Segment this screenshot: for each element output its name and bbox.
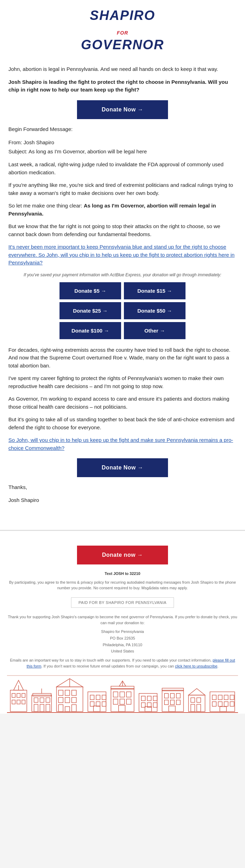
bold-statement: So let me make one thing clear: As long … (8, 202, 237, 218)
buildings-svg (7, 676, 238, 714)
address-line2: PO Box 22635 (7, 635, 238, 642)
svg-rect-65 (162, 688, 183, 691)
svg-rect-69 (191, 705, 195, 712)
email-wrapper: SHAPIRO FOR GOVERNOR John, abortion is l… (0, 0, 245, 714)
svg-rect-44 (126, 699, 131, 704)
svg-rect-75 (224, 695, 228, 700)
svg-rect-31 (90, 695, 94, 700)
svg-rect-23 (65, 698, 70, 703)
link-paragraph-2: So John, will you chip in to help us kee… (8, 436, 237, 452)
svg-rect-61 (164, 700, 168, 705)
donate-other-button[interactable]: Other → (124, 322, 186, 339)
svg-rect-24 (72, 698, 76, 703)
svg-rect-76 (230, 695, 234, 700)
body2-p1: For decades, right-wing extremists acros… (8, 346, 237, 370)
svg-rect-26 (72, 705, 76, 712)
logo: SHAPIRO FOR GOVERNOR (0, 8, 245, 52)
thanks-text: Thanks, (8, 483, 237, 491)
svg-rect-37 (93, 706, 100, 712)
svg-rect-67 (191, 698, 195, 702)
from-line: From: Josh Shapiro (8, 138, 237, 147)
svg-rect-45 (119, 705, 125, 712)
svg-rect-4 (12, 700, 15, 704)
svg-rect-59 (170, 693, 174, 698)
svg-rect-81 (220, 707, 226, 712)
svg-rect-27 (65, 707, 70, 712)
svg-rect-80 (230, 702, 234, 706)
address-line4: United States (7, 648, 238, 655)
donate-5-button[interactable]: Donate $5 → (59, 282, 121, 299)
svg-rect-33 (102, 695, 106, 700)
svg-rect-19 (58, 690, 63, 695)
footer-section: Donate now → Text JOSH to 32210 By parti… (0, 530, 245, 714)
body2-p4: But it's going to take all of us standin… (8, 416, 237, 431)
footer-thank-you: Thank you for supporting Josh Shapiro's … (7, 614, 238, 626)
email-body: John, abortion is legal in Pennsylvania.… (0, 58, 245, 519)
svg-rect-10 (34, 698, 38, 702)
svg-rect-15 (46, 705, 50, 712)
svg-rect-42 (113, 699, 118, 704)
donate-50-button[interactable]: Donate $50 → (124, 302, 186, 319)
svg-rect-16 (33, 693, 51, 696)
svg-rect-2 (17, 693, 20, 697)
svg-rect-79 (224, 702, 228, 706)
bold-intro-paragraph: Josh Shapiro is leading the fight to pro… (8, 78, 237, 94)
svg-rect-74 (218, 695, 222, 700)
svg-rect-64 (169, 706, 175, 712)
address-line1: Shapiro for Pennsylvania (7, 628, 238, 635)
donate-25-button[interactable]: Donate $25 → (59, 302, 121, 319)
svg-marker-71 (189, 688, 205, 695)
logo-area: SHAPIRO FOR GOVERNOR (0, 0, 245, 58)
svg-rect-20 (65, 690, 70, 695)
actblue-notice: If you've saved your payment information… (8, 272, 237, 278)
svg-rect-73 (212, 695, 216, 700)
svg-rect-5 (17, 700, 20, 704)
svg-rect-68 (197, 698, 201, 702)
svg-rect-40 (120, 692, 124, 697)
svg-rect-50 (141, 696, 145, 701)
donate-amount-grid: Donate $5 → Donate $15 → Donate $25 → Do… (59, 282, 186, 339)
svg-rect-70 (197, 705, 201, 712)
svg-rect-22 (58, 698, 63, 703)
svg-rect-55 (153, 703, 157, 707)
link-1[interactable]: It's never been more important to keep P… (8, 244, 234, 265)
svg-rect-41 (126, 692, 131, 697)
forwarded-label: Begin Forwarded Message: (8, 125, 237, 133)
footer-paid-box: PAID FOR BY SHAPIRO FOR PENNSYLVANIA (71, 597, 174, 608)
svg-rect-60 (176, 693, 180, 698)
donate-15-button[interactable]: Donate $15 → (124, 282, 186, 299)
svg-rect-51 (147, 696, 151, 701)
footer-donate-button[interactable]: Donate now → (77, 546, 168, 564)
header-paragraph: John, abortion is legal in Pennsylvania.… (8, 65, 237, 73)
subject-line: Subject: As long as I'm Governor, aborti… (8, 147, 237, 156)
svg-rect-36 (102, 702, 106, 706)
footer-text-line: Text JOSH to 32210 (7, 571, 238, 577)
svg-rect-77 (212, 702, 216, 706)
footer-email-note: Emails are an important way for us to st… (7, 657, 238, 669)
donate-now-button-1[interactable]: Donate Now → (77, 100, 168, 119)
from-subject-block: From: Josh Shapiro Subject: As long as I… (8, 138, 237, 156)
svg-rect-52 (153, 696, 157, 701)
svg-rect-13 (34, 705, 38, 712)
donate-now-button-2[interactable]: Donate Now → (77, 458, 168, 477)
logo-for: FOR (117, 30, 128, 36)
svg-rect-12 (46, 698, 50, 702)
body-p2: If you're anything like me, you're sick … (8, 181, 237, 197)
svg-rect-1 (12, 693, 15, 697)
svg-rect-63 (176, 700, 180, 705)
body2-p3: As Governor, I'm working to expand acces… (8, 395, 237, 411)
unsubscribe-link[interactable]: click here to unsubscribe (175, 664, 217, 668)
svg-rect-62 (170, 700, 174, 705)
bold-statement-text: As long as I'm Governor, abortion will r… (8, 203, 216, 217)
svg-rect-78 (218, 702, 222, 706)
svg-rect-35 (96, 702, 100, 706)
link-2[interactable]: So John, will you chip in to help us kee… (8, 437, 233, 451)
svg-rect-34 (90, 702, 94, 706)
svg-rect-53 (141, 703, 145, 707)
svg-rect-11 (40, 698, 44, 702)
svg-rect-32 (96, 695, 100, 700)
svg-rect-58 (164, 693, 168, 698)
body-p3: But we know that the far right is not go… (8, 223, 237, 238)
body2-p2: I've spent my career fighting to protect… (8, 374, 237, 390)
donate-100-button[interactable]: Donate $100 → (59, 322, 121, 339)
